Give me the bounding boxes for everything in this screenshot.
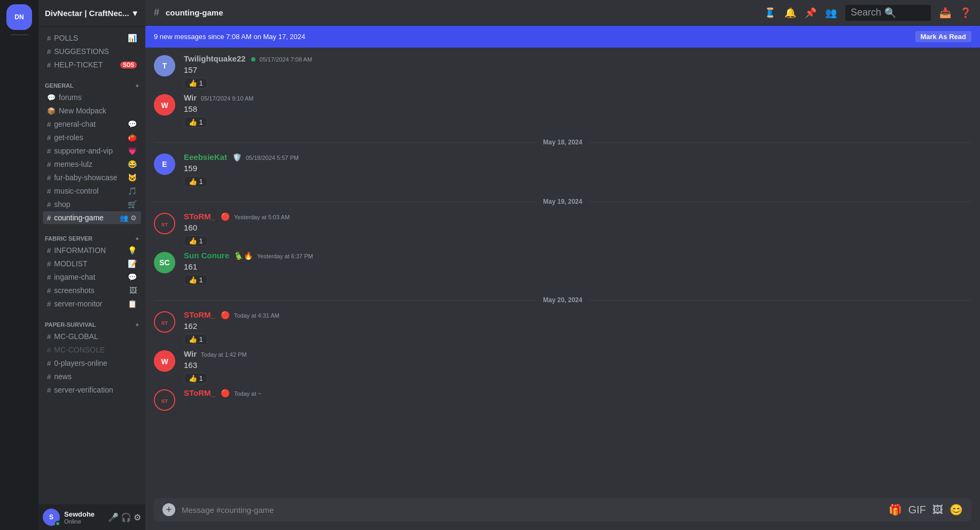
channel-settings: 👥 ⚙ [120, 214, 137, 222]
svg-text:W: W [161, 101, 168, 110]
reaction[interactable]: 👍 1 [184, 117, 208, 128]
channel-item-get-roles[interactable]: # get-roles 🍅 [43, 131, 141, 144]
forum-icon: 📦 [47, 107, 56, 115]
message-group: W Wir 05/17/2024 9:10 AM 158 👍 1 [145, 91, 980, 130]
message-author: EeebsieKat [184, 152, 227, 162]
channel-item-shop[interactable]: # shop 🛒 [43, 198, 141, 211]
role-badge: 🔴 [221, 389, 230, 397]
server-header[interactable]: DivNectar | CraftNec... ▼ [38, 0, 145, 27]
channel-item-information[interactable]: # INFORMATION 💡 [43, 244, 141, 257]
channel-item-mc-global[interactable]: # MC-GLOBAL [43, 330, 141, 343]
reaction[interactable]: 👍 1 [184, 235, 208, 247]
headset-icon[interactable]: 🎧 [121, 512, 131, 523]
message-content: Sun Conure 🦜🔥 Yesterday at 6:37 PM 161 👍… [184, 251, 971, 286]
mute-icon[interactable]: 🎤 [108, 512, 119, 523]
search-bar[interactable]: Search 🔍 [845, 5, 931, 21]
channel-item-screenshots[interactable]: # screenshots 🖼 [43, 284, 141, 297]
channel-hash-icon: # [154, 7, 159, 18]
hash-icon: # [47, 273, 51, 281]
help-ticket-badge: SOS [120, 62, 137, 68]
section-header-paper[interactable]: PAPER-SURVIVAL + [43, 321, 141, 328]
sticker-icon[interactable]: 🖼 [932, 504, 943, 516]
notification-icon[interactable]: 🔔 [784, 7, 796, 19]
message-header: SToRM_ 🔴 Today at 4:31 AM [184, 310, 971, 319]
user-avatar: S [43, 509, 60, 526]
channel-item-suggestions[interactable]: # SUGGESTIONS [43, 45, 141, 58]
reaction[interactable]: 👍 1 [184, 78, 208, 89]
channel-item-new-modpack[interactable]: 📦 New Modpack [43, 104, 141, 117]
inbox-icon[interactable]: 📥 [939, 7, 951, 19]
message-content: SToRM_ 🔴 Today at 4:31 AM 162 👍 1 [184, 310, 971, 345]
settings-icon[interactable]: ⚙ [130, 214, 137, 222]
hash-icon: # [47, 48, 51, 56]
hash-icon: # [47, 34, 51, 42]
channel-item-memes-lulz[interactable]: # memes-lulz 😂 [43, 158, 141, 171]
channel-item-polls[interactable]: # POLLS 📊 [43, 32, 141, 44]
svg-text:ST: ST [161, 221, 168, 227]
channel-item-modlist[interactable]: # MODLIST 📝 [43, 257, 141, 270]
channel-sidebar: DivNectar | CraftNec... ▼ # POLLS 📊 # SU… [38, 0, 145, 530]
channel-item-mc-console[interactable]: # MC-CONSOLE [43, 343, 141, 356]
channel-item-fur-baby[interactable]: # fur-baby-showcase 🐱 [43, 171, 141, 184]
members-icon[interactable]: 👥 [120, 214, 128, 222]
channel-item-server-monitor[interactable]: # server-monitor 📋 [43, 297, 141, 310]
members-icon[interactable]: 👥 [825, 7, 837, 19]
reaction[interactable]: 👍 1 [184, 176, 208, 187]
channel-item-general-chat[interactable]: # general-chat 💬 [43, 118, 141, 130]
reaction[interactable]: 👍 1 [184, 274, 208, 286]
add-channel-icon[interactable]: + [136, 82, 139, 89]
hash-icon: # [47, 333, 51, 341]
user-controls: 🎤 🎧 ⚙ [108, 512, 141, 523]
mark-as-read-button[interactable]: Mark As Read [915, 31, 972, 42]
channel-item-counting-game[interactable]: # counting-game 👥 ⚙ [43, 211, 141, 224]
svg-text:W: W [161, 357, 168, 366]
message-input-area: + Message #counting-game 🎁 GIF 🖼 😊 [145, 498, 980, 530]
section-header-fabric[interactable]: FABRIC SERVER + [43, 235, 141, 242]
message-content: Twilightquake22 05/17/2024 7:08 AM 157 👍… [184, 54, 971, 89]
new-messages-banner: 9 new messages since 7:08 AM on May 17, … [145, 26, 980, 48]
channel-item-supporter-vip[interactable]: # supporter-and-vip 💗 [43, 144, 141, 157]
channel-item-forums[interactable]: 💬 forums [43, 91, 141, 104]
svg-text:ST: ST [161, 398, 168, 404]
add-channel-icon[interactable]: + [136, 235, 139, 242]
messages-area[interactable]: T Twilightquake22 05/17/2024 7:08 AM 157… [145, 48, 980, 498]
hash-icon: # [47, 214, 51, 222]
gift-icon[interactable]: 🎁 [889, 503, 902, 516]
channel-item-news[interactable]: # news [43, 370, 141, 383]
message-text: 158 [184, 103, 971, 114]
message-author: SToRM_ [184, 388, 215, 397]
channel-item-music[interactable]: # music-control 🎵 [43, 185, 141, 197]
message-input[interactable]: Message #counting-game [182, 505, 882, 514]
pin-icon[interactable]: 📌 [805, 7, 816, 19]
role-badge: 🔴 [221, 311, 230, 319]
message-header: SToRM_ 🔴 Yesterday at 5:03 AM [184, 212, 971, 221]
section-header-general[interactable]: GENERAL + [43, 82, 141, 89]
channel-item-0-players[interactable]: # 0-players-online [43, 357, 141, 370]
message-text: 157 [184, 64, 971, 75]
avatar: E [154, 153, 175, 175]
message-header: EeebsieKat 🛡️ 05/18/2024 5:57 PM [184, 152, 971, 162]
message-text: 161 [184, 261, 971, 272]
threads-icon[interactable]: 🧵 [764, 7, 776, 19]
emoji-icon[interactable]: 😊 [950, 503, 963, 516]
hash-icon: # [47, 373, 51, 381]
channel-item-ingame-chat[interactable]: # ingame-chat 💬 [43, 271, 141, 283]
date-divider-text: May 19, 2024 [543, 198, 582, 205]
section-general: GENERAL + 💬 forums 📦 New Modpack # gener… [38, 74, 145, 227]
server-icon-divnectar[interactable]: DN [6, 4, 32, 30]
channel-item-help-ticket[interactable]: # HELP-TICKET SOS [43, 58, 141, 71]
message-text: 163 [184, 359, 971, 371]
server-divider [11, 34, 28, 35]
reaction[interactable]: 👍 1 [184, 373, 208, 384]
settings-icon[interactable]: ⚙ [134, 512, 141, 523]
add-channel-icon[interactable]: + [136, 321, 139, 328]
avatar: ST [154, 389, 175, 411]
help-icon[interactable]: ❓ [960, 7, 971, 19]
channel-item-server-verification[interactable]: # server-verification [43, 383, 141, 396]
hash-icon: # [47, 359, 51, 367]
reaction[interactable]: 👍 1 [184, 334, 208, 345]
attach-button[interactable]: + [162, 503, 175, 516]
top-bar: # counting-game 🧵 🔔 📌 👥 Search 🔍 📥 ❓ [145, 0, 980, 26]
section-paper-survival: PAPER-SURVIVAL + # MC-GLOBAL # MC-CONSOL… [38, 313, 145, 399]
gif-icon[interactable]: GIF [908, 504, 926, 516]
